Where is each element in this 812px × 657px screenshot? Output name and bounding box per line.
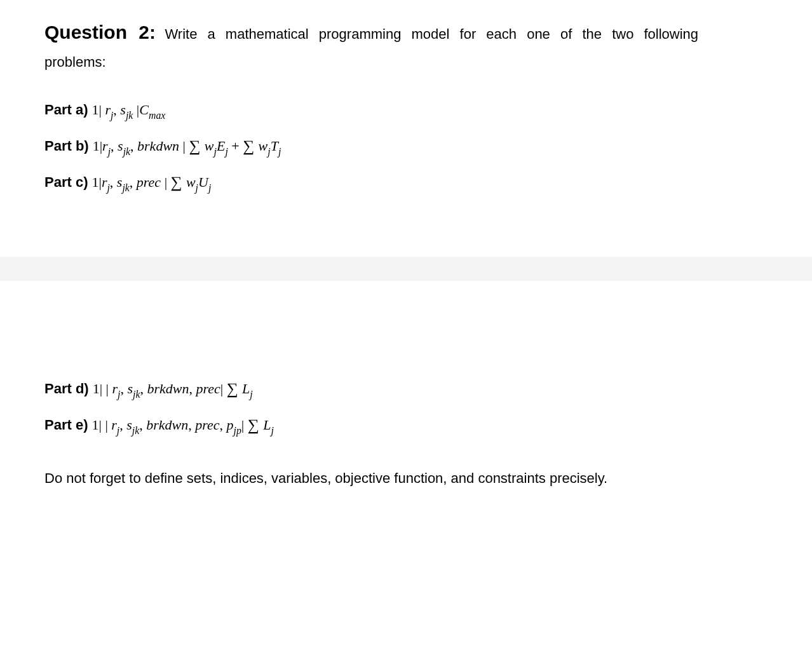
part-d-notation: 1| | rj, sjk, brkdwn, prec| ∑ Lj: [93, 376, 253, 401]
question-header: Question 2: Write a mathematical program…: [44, 15, 768, 75]
part-d: Part d) 1| | rj, sjk, brkdwn, prec| ∑ Lj: [44, 376, 768, 401]
part-e: Part e) 1| | rj, sjk, brkdwn, prec, pjp|…: [44, 412, 768, 437]
question-label: Question 2:: [44, 22, 156, 43]
part-c-label: Part c): [44, 172, 88, 193]
section-divider: [0, 257, 812, 281]
part-d-label: Part d): [44, 378, 89, 399]
footer-instruction: Do not forget to define sets, indices, v…: [44, 468, 768, 489]
part-b: Part b) 1|rj, sjk, brkdwn | ∑ wjEj + ∑ w…: [44, 133, 768, 158]
part-b-label: Part b): [44, 135, 89, 156]
part-e-notation: 1| | rj, sjk, brkdwn, prec, pjp| ∑ Lj: [91, 412, 273, 437]
lower-content: Part d) 1| | rj, sjk, brkdwn, prec| ∑ Lj…: [0, 376, 812, 489]
part-c-notation: 1|rj, sjk, prec | ∑ wjUj: [91, 170, 211, 194]
part-e-label: Part e): [44, 414, 88, 435]
document-page: Question 2: Write a mathematical program…: [0, 0, 812, 219]
part-c: Part c) 1|rj, sjk, prec | ∑ wjUj: [44, 170, 768, 194]
upper-content: Question 2: Write a mathematical program…: [44, 15, 768, 219]
part-a: Part a) 1| rj, sjk |Cmax: [44, 99, 768, 122]
question-intro-line1: Write a mathematical programming model f…: [165, 26, 698, 42]
part-a-notation: 1| rj, sjk |Cmax: [91, 99, 165, 122]
part-a-label: Part a): [44, 99, 88, 120]
part-b-notation: 1|rj, sjk, brkdwn | ∑ wjEj + ∑ wjTj: [93, 133, 281, 158]
question-intro-line2: problems:: [44, 50, 768, 75]
